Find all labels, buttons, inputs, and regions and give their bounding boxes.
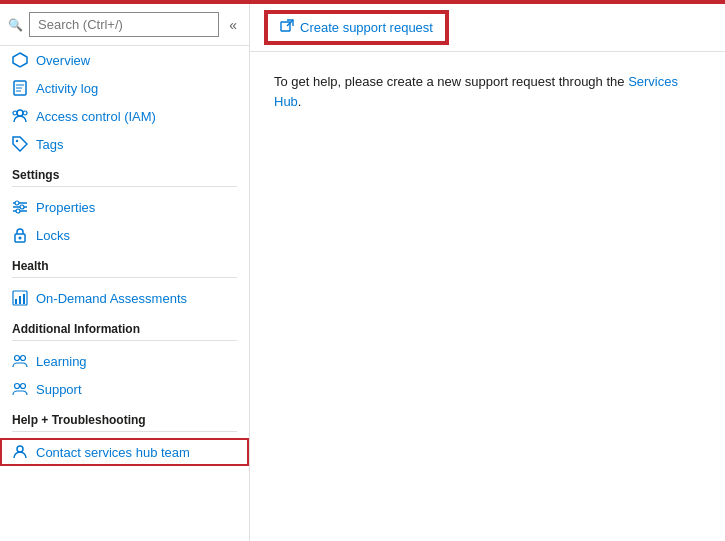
- section-header-health: Health: [0, 249, 249, 277]
- sidebar-locks-label: Locks: [36, 228, 70, 243]
- section-divider-help: [12, 431, 237, 432]
- main-layout: « Overview Activity log: [0, 4, 725, 541]
- chevron-left-icon: «: [229, 17, 237, 33]
- search-input[interactable]: [29, 12, 219, 37]
- svg-point-21: [15, 356, 20, 361]
- sidebar-item-properties[interactable]: Properties: [0, 193, 249, 221]
- create-support-label: Create support request: [300, 20, 433, 35]
- search-bar: «: [0, 4, 249, 46]
- sidebar-item-tags[interactable]: Tags: [0, 130, 249, 158]
- learning-icon: [12, 353, 28, 369]
- support-icon: [12, 381, 28, 397]
- activity-log-icon: [12, 80, 28, 96]
- section-divider-settings: [12, 186, 237, 187]
- sidebar: « Overview Activity log: [0, 4, 250, 541]
- svg-point-24: [21, 384, 26, 389]
- search-icon: [8, 17, 23, 32]
- sidebar-access-label: Access control (IAM): [36, 109, 156, 124]
- sidebar-item-learning[interactable]: Learning: [0, 347, 249, 375]
- svg-point-14: [16, 209, 20, 213]
- svg-point-22: [21, 356, 26, 361]
- sidebar-support-label: Support: [36, 382, 82, 397]
- sidebar-item-overview[interactable]: Overview: [0, 46, 249, 74]
- svg-marker-0: [13, 53, 27, 67]
- external-link-icon: [280, 19, 294, 36]
- section-header-additional: Additional Information: [0, 312, 249, 340]
- svg-point-5: [17, 110, 23, 116]
- svg-rect-20: [23, 294, 25, 304]
- collapse-button[interactable]: «: [225, 15, 241, 35]
- locks-icon: [12, 227, 28, 243]
- services-hub-link[interactable]: Services Hub: [274, 74, 678, 109]
- section-header-settings: Settings: [0, 158, 249, 186]
- create-support-button[interactable]: Create support request: [266, 12, 447, 43]
- sidebar-overview-label: Overview: [36, 53, 90, 68]
- sidebar-assessment-label: On-Demand Assessments: [36, 291, 187, 306]
- toolbar: Create support request: [250, 4, 725, 52]
- main-content: Create support request To get help, plea…: [250, 4, 725, 541]
- svg-point-12: [15, 201, 19, 205]
- sidebar-item-activity-log[interactable]: Activity log: [0, 74, 249, 102]
- properties-icon: [12, 199, 28, 215]
- svg-point-8: [16, 140, 18, 142]
- sidebar-tags-label: Tags: [36, 137, 63, 152]
- svg-point-23: [15, 384, 20, 389]
- access-control-icon: [12, 108, 28, 124]
- sidebar-item-on-demand[interactable]: On-Demand Assessments: [0, 284, 249, 312]
- svg-rect-19: [19, 296, 21, 304]
- sidebar-item-access-control[interactable]: Access control (IAM): [0, 102, 249, 130]
- sidebar-properties-label: Properties: [36, 200, 95, 215]
- sidebar-activity-label: Activity log: [36, 81, 98, 96]
- help-message: To get help, please create a new support…: [274, 72, 701, 111]
- overview-icon: [12, 52, 28, 68]
- svg-rect-18: [15, 299, 17, 304]
- sidebar-item-contact-services[interactable]: Contact services hub team: [0, 438, 249, 466]
- tags-icon: [12, 136, 28, 152]
- svg-point-16: [19, 237, 22, 240]
- sidebar-learning-label: Learning: [36, 354, 87, 369]
- svg-rect-26: [281, 22, 290, 31]
- content-area: To get help, please create a new support…: [250, 52, 725, 131]
- section-header-help: Help + Troubleshooting: [0, 403, 249, 431]
- sidebar-contact-label: Contact services hub team: [36, 445, 190, 460]
- svg-point-25: [17, 446, 23, 452]
- section-divider-additional: [12, 340, 237, 341]
- sidebar-item-locks[interactable]: Locks: [0, 221, 249, 249]
- assessment-icon: [12, 290, 28, 306]
- section-divider-health: [12, 277, 237, 278]
- svg-point-13: [20, 205, 24, 209]
- contact-icon: [12, 444, 28, 460]
- sidebar-item-support[interactable]: Support: [0, 375, 249, 403]
